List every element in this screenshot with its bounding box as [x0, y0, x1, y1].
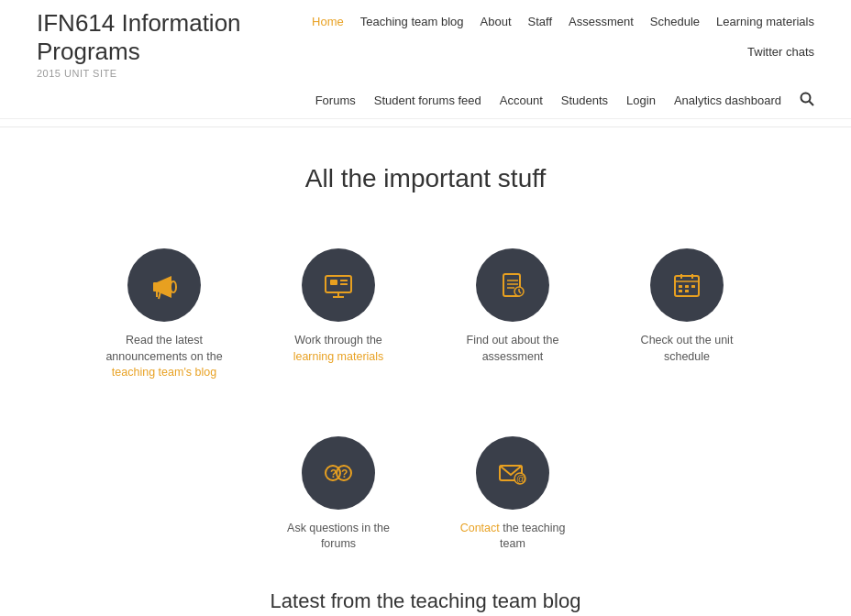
icon-schedule: Check out the unit schedule: [627, 248, 746, 381]
header-top: IFN614 Information Programs 2015 UNIT SI…: [37, 9, 814, 79]
learning-materials-link[interactable]: learning materials: [293, 350, 384, 363]
nav-forums[interactable]: Forums: [315, 94, 356, 107]
icon-learning: Work through the learning materials: [279, 248, 398, 381]
hero-section: All the important stuff: [37, 127, 814, 221]
sub-nav: Forums Student forums feed Account Stude…: [315, 84, 814, 109]
icons-grid: Read the latest announcements on the tea…: [37, 248, 814, 553]
svg-text:@: @: [516, 474, 525, 484]
announcements-label: Read the latest announcements on the tea…: [105, 333, 224, 381]
svg-rect-9: [340, 280, 348, 281]
screen-icon: [320, 267, 357, 303]
nav-analytics-dashboard[interactable]: Analytics dashboard: [674, 94, 781, 107]
site-title: IFN614 Information Programs: [37, 9, 308, 66]
svg-rect-27: [679, 290, 682, 292]
svg-rect-10: [340, 283, 348, 285]
main-content: All the important stuff Read the latest …: [0, 127, 851, 616]
document-icon: [494, 267, 531, 303]
svg-line-6: [159, 292, 160, 299]
site-subtitle: 2015 UNIT SITE: [37, 68, 308, 79]
svg-rect-26: [691, 285, 695, 288]
screen-icon-circle: [302, 248, 375, 322]
calendar-icon-circle: [650, 248, 724, 322]
nav-twitter-chats[interactable]: Twitter chats: [747, 45, 814, 59]
svg-point-4: [171, 281, 176, 292]
svg-rect-8: [330, 280, 337, 285]
icon-announcements: Read the latest announcements on the tea…: [105, 248, 224, 381]
nav-schedule[interactable]: Schedule: [650, 15, 700, 28]
svg-point-0: [801, 94, 811, 103]
site-branding: IFN614 Information Programs 2015 UNIT SI…: [37, 9, 308, 79]
nav-students[interactable]: Students: [561, 94, 608, 107]
nav-staff[interactable]: Staff: [528, 15, 553, 28]
blog-title: Latest from the teaching team blog: [37, 589, 814, 613]
megaphone-icon-circle: [127, 248, 201, 322]
teaching-blog-link[interactable]: teaching team's blog: [112, 366, 216, 379]
svg-rect-24: [679, 285, 682, 288]
svg-rect-28: [685, 290, 689, 292]
svg-line-1: [810, 102, 814, 106]
email-icon: @: [494, 455, 531, 491]
question-icon: ? ?: [320, 455, 357, 491]
nav-home[interactable]: Home: [312, 15, 344, 28]
site-header: IFN614 Information Programs 2015 UNIT SI…: [0, 0, 851, 119]
question-icon-circle: ? ?: [302, 436, 375, 510]
document-icon-circle: [476, 248, 549, 322]
hero-title: All the important stuff: [55, 164, 796, 193]
nav-student-forums-feed[interactable]: Student forums feed: [374, 94, 481, 107]
main-nav: Home Teaching team blog About Staff Asse…: [308, 9, 814, 59]
calendar-icon: [669, 267, 705, 303]
icon-assessment: Find out about the assessment: [453, 248, 572, 381]
icon-contact: @ Contact the teaching team: [453, 436, 572, 553]
icon-forums: ? ? Ask questions in the forums: [279, 436, 398, 553]
svg-text:?: ?: [341, 468, 348, 480]
email-icon-circle: @: [476, 436, 549, 510]
megaphone-icon: [146, 267, 182, 303]
nav-assessment[interactable]: Assessment: [569, 15, 634, 28]
schedule-label: Check out the unit schedule: [627, 333, 746, 365]
learning-label: Work through the learning materials: [279, 333, 398, 365]
assessment-label: Find out about the assessment: [453, 333, 572, 365]
svg-rect-25: [685, 285, 689, 288]
search-button[interactable]: [800, 92, 814, 109]
nav-about[interactable]: About: [481, 15, 512, 28]
nav-account[interactable]: Account: [500, 94, 543, 107]
nav-login[interactable]: Login: [626, 94, 656, 107]
blog-section: Latest from the teaching team blog Learn…: [37, 589, 814, 616]
forums-label: Ask questions in the forums: [279, 521, 398, 553]
nav-learning-materials[interactable]: Learning materials: [716, 15, 814, 28]
contact-link[interactable]: Contact: [460, 522, 500, 534]
nav-teaching-blog[interactable]: Teaching team blog: [360, 15, 464, 28]
contact-label: Contact the teaching team: [453, 521, 572, 553]
svg-rect-3: [153, 282, 158, 292]
